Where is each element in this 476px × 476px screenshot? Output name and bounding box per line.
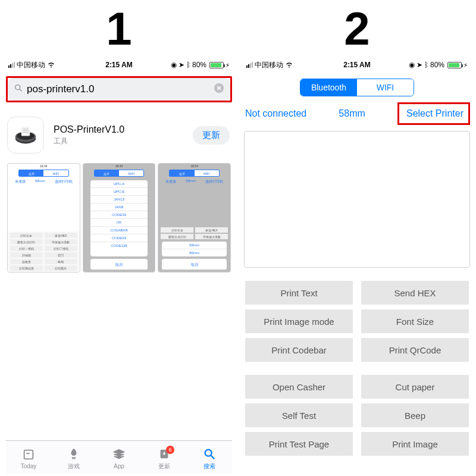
app-title: POS-PrinterV1.0 xyxy=(54,124,183,135)
select-printer-button[interactable]: Select Printer xyxy=(397,102,470,125)
search-input[interactable] xyxy=(27,83,210,95)
svg-line-1 xyxy=(20,89,21,91)
status-bar-2: 中国移动 2:15 AM ◉ ➤ ᛒ 80% ⚡︎ xyxy=(244,57,470,73)
connection-row: Not connected 58mm Select Printer xyxy=(244,101,470,129)
alarm-icon: ◉ xyxy=(409,61,415,69)
clock: 2:15 AM xyxy=(82,61,156,69)
charging-icon: ⚡︎ xyxy=(226,62,230,68)
connection-segment: Bluetooth WIFI xyxy=(300,79,414,96)
search-highlight xyxy=(6,76,232,102)
printer-list-box[interactable] xyxy=(244,131,470,268)
tab-app-label: App xyxy=(114,463,124,469)
print-qrcode-button[interactable]: Print QrCode xyxy=(361,338,469,362)
screenshots-row: 18:34 蓝牙WIFI 未连接 58mm 选择打印机 打印文本发送HEX 图形… xyxy=(6,163,232,273)
font-size-button[interactable]: Font Size xyxy=(361,309,469,333)
clock: 2:15 AM xyxy=(320,61,394,69)
bluetooth-icon: ᛒ xyxy=(186,61,190,69)
step-numbers: 1 2 xyxy=(0,0,476,57)
tab-search-label: 搜索 xyxy=(203,462,215,471)
screenshot-1[interactable]: 18:34 蓝牙WIFI 未连接 58mm 选择打印机 打印文本发送HEX 图形… xyxy=(7,163,80,273)
battery-pct: 80% xyxy=(192,61,206,69)
signal-icon xyxy=(246,62,253,68)
screenshot-2[interactable]: 18:34 蓝牙WIFI UPC-A UPC-E JAN13 JAN8 CODE… xyxy=(83,163,156,273)
svg-rect-10 xyxy=(24,450,33,459)
tab-bar: Today 游戏 App 6 更新 xyxy=(6,440,232,474)
battery-icon xyxy=(447,62,462,68)
bluetooth-icon: ᛒ xyxy=(424,61,428,69)
tab-updates[interactable]: 6 更新 xyxy=(142,447,187,471)
step-two: 2 xyxy=(238,0,476,57)
rocket-icon xyxy=(67,447,80,461)
location-icon: ➤ xyxy=(416,61,422,69)
battery-pct: 80% xyxy=(430,61,444,69)
print-image-button[interactable]: Print Image xyxy=(361,432,469,456)
print-image-mode-button[interactable]: Print Image mode xyxy=(245,309,353,333)
carrier-label: 中国移动 xyxy=(17,60,45,70)
alarm-icon: ◉ xyxy=(171,61,177,69)
updates-badge: 6 xyxy=(166,446,174,454)
beep-button[interactable]: Beep xyxy=(361,403,469,427)
send-hex-button[interactable]: Send HEX xyxy=(361,281,469,305)
layers-icon xyxy=(112,447,126,462)
app-result-row[interactable]: POS-PrinterV1.0 工具 更新 xyxy=(6,117,232,163)
step-one: 1 xyxy=(0,0,238,57)
location-icon: ➤ xyxy=(178,61,184,69)
paper-size[interactable]: 58mm xyxy=(339,108,365,119)
tab-updates-label: 更新 xyxy=(158,462,170,471)
search-icon xyxy=(14,83,23,95)
print-codebar-button[interactable]: Print Codebar xyxy=(245,338,353,362)
print-test-page-button[interactable]: Print Test Page xyxy=(245,432,353,456)
search-tab-icon xyxy=(203,447,216,461)
charging-icon: ⚡︎ xyxy=(464,62,468,68)
status-bar: 中国移动 2:15 AM ◉ ➤ ᛒ 80% ⚡︎ xyxy=(6,57,232,73)
connection-status: Not connected xyxy=(245,108,306,119)
wifi-icon xyxy=(285,60,293,70)
svg-line-14 xyxy=(211,455,215,459)
tab-games-label: 游戏 xyxy=(68,462,80,471)
app-category: 工具 xyxy=(54,136,183,146)
screenshot-3[interactable]: 18:34 蓝牙WIFI 未连接 58mm 选择打印机 打印文本发送HEX 图形… xyxy=(158,163,231,273)
svg-point-13 xyxy=(205,449,212,456)
tab-app[interactable]: App xyxy=(96,447,142,469)
update-button[interactable]: 更新 xyxy=(193,126,230,145)
function-buttons: Print Text Send HEX Print Image mode Fon… xyxy=(244,281,470,456)
svg-rect-6 xyxy=(21,127,30,136)
battery-icon xyxy=(209,62,224,68)
clear-icon[interactable] xyxy=(214,83,224,96)
app-icon xyxy=(7,117,44,154)
segment-wifi[interactable]: WIFI xyxy=(357,79,414,96)
tab-search[interactable]: 搜索 xyxy=(187,447,232,471)
cut-paper-button[interactable]: Cut paper xyxy=(361,375,469,399)
wifi-icon xyxy=(47,60,55,70)
today-icon xyxy=(22,447,35,462)
self-test-button[interactable]: Self Test xyxy=(245,403,353,427)
signal-icon xyxy=(8,62,15,68)
segment-bluetooth[interactable]: Bluetooth xyxy=(300,79,357,96)
open-casher-button[interactable]: Open Casher xyxy=(245,375,353,399)
carrier-label: 中国移动 xyxy=(255,60,283,70)
tab-today-label: Today xyxy=(21,463,37,469)
print-text-button[interactable]: Print Text xyxy=(245,281,353,305)
tab-today[interactable]: Today xyxy=(6,447,51,469)
svg-point-0 xyxy=(15,85,20,90)
tab-games[interactable]: 游戏 xyxy=(51,447,96,471)
